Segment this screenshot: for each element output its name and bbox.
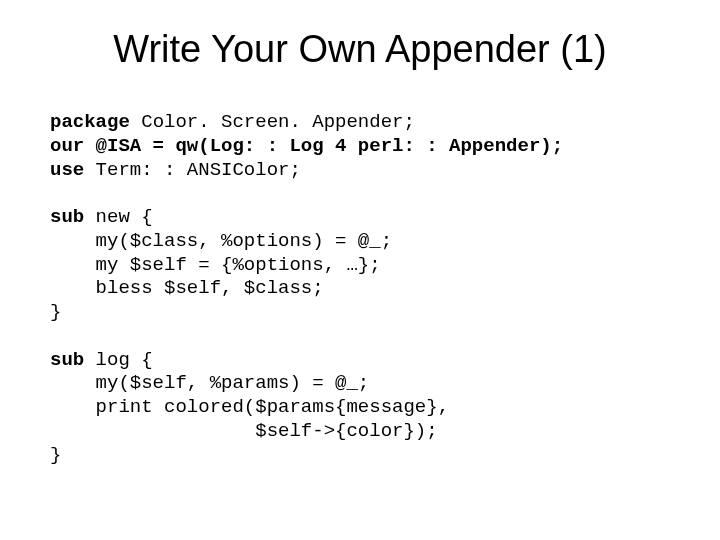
isa-line: our @ISA = qw(Log: : Log 4 perl: : Appen… [50,135,563,157]
kw-sub: sub [50,349,84,371]
kw-sub: sub [50,206,84,228]
code-text: print colored($params{message}, [50,396,449,418]
code-text: $self->{color}); [50,420,438,442]
code-text: Term: : ANSIColor; [84,159,301,181]
kw-package: package [50,111,130,133]
code-text: } [50,444,61,466]
kw-use: use [50,159,84,181]
code-text: my($self, %params) = @_; [50,372,369,394]
slide: Write Your Own Appender (1) package Colo… [0,0,720,540]
code-text: Color. Screen. Appender; [130,111,415,133]
slide-title: Write Your Own Appender (1) [50,28,670,71]
code-text: log { [84,349,152,371]
code-block: package Color. Screen. Appender; our @IS… [50,111,670,467]
code-text: my $self = {%options, …}; [50,254,381,276]
code-text: bless $self, $class; [50,277,324,299]
code-text: } [50,301,61,323]
code-text: new { [84,206,152,228]
code-text: my($class, %options) = @_; [50,230,392,252]
